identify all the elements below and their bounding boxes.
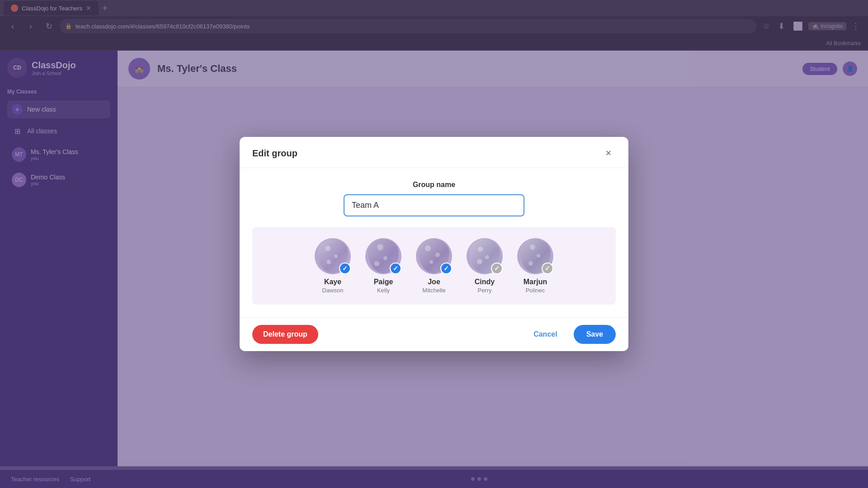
modal-overlay[interactable]: Edit group × Group name: [0, 0, 868, 488]
group-name-label: Group name: [413, 181, 455, 189]
check-badge-cindy: ✓: [491, 263, 503, 274]
modal-header: Edit group ×: [240, 137, 628, 168]
member-first-paige: Paige: [374, 278, 393, 286]
member-last-marjun: Polinec: [526, 287, 545, 294]
member-card-marjun[interactable]: ✓ Marjun Polinec: [517, 238, 553, 294]
member-last-cindy: Perry: [477, 287, 491, 294]
member-avatar-wrapper-marjun: ✓: [517, 238, 553, 274]
check-badge-marjun: ✓: [542, 263, 553, 274]
member-avatar-wrapper-kaye: ✓: [315, 238, 351, 274]
member-avatar-wrapper-paige: ✓: [365, 238, 401, 274]
member-first-joe: Joe: [428, 278, 440, 286]
member-first-cindy: Cindy: [475, 278, 495, 286]
group-name-section: Group name: [252, 181, 616, 216]
member-card-paige[interactable]: ✓ Paige Kelly: [365, 238, 401, 294]
delete-group-button[interactable]: Delete group: [252, 325, 318, 344]
member-first-marjun: Marjun: [524, 278, 547, 286]
save-button[interactable]: Save: [574, 325, 616, 344]
modal-close-button[interactable]: ×: [601, 146, 616, 160]
member-card-joe[interactable]: ✓ Joe Mitchelle: [416, 238, 452, 294]
group-name-input[interactable]: [344, 194, 524, 216]
member-avatar-wrapper-cindy: ✓: [467, 238, 503, 274]
member-last-joe: Mitchelle: [422, 287, 445, 294]
cancel-button[interactable]: Cancel: [526, 325, 564, 344]
modal-footer: Delete group Cancel Save: [240, 317, 628, 351]
check-badge-joe: ✓: [440, 263, 452, 274]
edit-group-modal: Edit group × Group name: [240, 137, 628, 351]
check-badge-paige: ✓: [390, 263, 401, 274]
check-badge-kaye: ✓: [339, 263, 351, 274]
member-first-kaye: Kaye: [324, 278, 341, 286]
member-last-kaye: Dawson: [322, 287, 344, 294]
member-card-cindy[interactable]: ✓ Cindy Perry: [467, 238, 503, 294]
members-section: ✓ Kaye Dawson: [252, 227, 616, 305]
modal-body: Group name: [240, 168, 628, 317]
modal-title: Edit group: [252, 148, 297, 159]
member-avatar-wrapper-joe: ✓: [416, 238, 452, 274]
member-card-kaye[interactable]: ✓ Kaye Dawson: [315, 238, 351, 294]
footer-right: Cancel Save: [526, 325, 616, 344]
member-last-paige: Kelly: [377, 287, 390, 294]
